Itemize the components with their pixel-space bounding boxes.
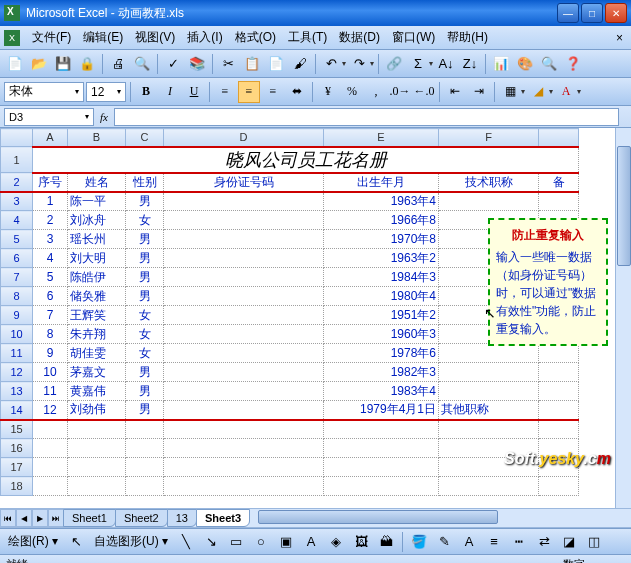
size-select[interactable]: 12▾: [86, 82, 126, 102]
spell-icon[interactable]: ✓: [162, 53, 184, 75]
line-icon[interactable]: ╲: [175, 531, 197, 553]
sort-asc-icon[interactable]: A↓: [435, 53, 457, 75]
scroll-thumb[interactable]: [258, 510, 498, 524]
comma-icon[interactable]: ,: [365, 81, 387, 103]
paste-icon[interactable]: 📄: [265, 53, 287, 75]
save-icon[interactable]: 💾: [52, 53, 74, 75]
format-painter-icon[interactable]: 🖌: [289, 53, 311, 75]
tab-first-icon[interactable]: ⏮: [0, 509, 16, 527]
col-header[interactable]: [539, 129, 579, 147]
bold-button[interactable]: B: [135, 81, 157, 103]
vertical-scrollbar[interactable]: [615, 128, 631, 508]
inc-indent-icon[interactable]: ⇥: [468, 81, 490, 103]
sheet-tab[interactable]: Sheet2: [115, 509, 168, 527]
dash-icon[interactable]: ┅: [508, 531, 530, 553]
row-header[interactable]: 13: [1, 382, 33, 401]
menu-insert[interactable]: 插入(I): [181, 26, 228, 49]
cut-icon[interactable]: ✂: [217, 53, 239, 75]
align-right-icon[interactable]: ≡: [262, 81, 284, 103]
sort-desc-icon[interactable]: Z↓: [459, 53, 481, 75]
fill-icon[interactable]: 🪣: [408, 531, 430, 553]
table-row[interactable]: 12 10 茅嘉文 男 1982年3: [1, 363, 579, 382]
font-color-drop[interactable]: ▾: [577, 87, 581, 96]
diagram-icon[interactable]: ◈: [325, 531, 347, 553]
fill-drop[interactable]: ▾: [549, 87, 553, 96]
menu-file[interactable]: 文件(F): [26, 26, 77, 49]
row-header[interactable]: 10: [1, 325, 33, 344]
col-header[interactable]: D: [164, 129, 324, 147]
open-icon[interactable]: 📂: [28, 53, 50, 75]
redo-drop[interactable]: ▾: [370, 59, 374, 68]
row-header[interactable]: 4: [1, 211, 33, 230]
dec-decimal-icon[interactable]: ←.0: [413, 81, 435, 103]
draw-menu[interactable]: 绘图(R) ▾: [4, 531, 62, 552]
menu-window[interactable]: 窗口(W): [386, 26, 441, 49]
sum-icon[interactable]: Σ: [407, 53, 429, 75]
col-header[interactable]: E: [324, 129, 439, 147]
col-header[interactable]: B: [68, 129, 126, 147]
menu-tools[interactable]: 工具(T): [282, 26, 333, 49]
table-row[interactable]: 14 12 刘劲伟 男 1979年4月1日 其他职称: [1, 401, 579, 420]
row-header[interactable]: 18: [1, 477, 33, 496]
copy-icon[interactable]: 📋: [241, 53, 263, 75]
picture-icon[interactable]: 🏔: [375, 531, 397, 553]
col-header[interactable]: A: [33, 129, 68, 147]
font-select[interactable]: 宋体▾: [4, 82, 84, 102]
fx-icon[interactable]: fx: [100, 111, 108, 123]
font-color-icon[interactable]: A: [555, 81, 577, 103]
row-header[interactable]: 8: [1, 287, 33, 306]
rect-icon[interactable]: ▭: [225, 531, 247, 553]
close-button[interactable]: ✕: [605, 3, 627, 23]
table-row[interactable]: 13 11 黄嘉伟 男 1983年4: [1, 382, 579, 401]
align-left-icon[interactable]: ≡: [214, 81, 236, 103]
maximize-button[interactable]: □: [581, 3, 603, 23]
borders-drop[interactable]: ▾: [521, 87, 525, 96]
new-icon[interactable]: 📄: [4, 53, 26, 75]
permission-icon[interactable]: 🔒: [76, 53, 98, 75]
arrow-icon[interactable]: ↘: [200, 531, 222, 553]
menu-view[interactable]: 视图(V): [129, 26, 181, 49]
sheet-title[interactable]: 晓风公司员工花名册: [33, 147, 579, 173]
help-icon[interactable]: ❓: [562, 53, 584, 75]
tab-prev-icon[interactable]: ◀: [16, 509, 32, 527]
tab-next-icon[interactable]: ▶: [32, 509, 48, 527]
fill-color-icon[interactable]: ◢: [527, 81, 549, 103]
textbox-icon[interactable]: ▣: [275, 531, 297, 553]
line-color-icon[interactable]: ✎: [433, 531, 455, 553]
autoshapes-menu[interactable]: 自选图形(U) ▾: [90, 531, 172, 552]
sum-drop[interactable]: ▾: [429, 59, 433, 68]
oval-icon[interactable]: ○: [250, 531, 272, 553]
row-header[interactable]: 5: [1, 230, 33, 249]
row-header[interactable]: 12: [1, 363, 33, 382]
menu-data[interactable]: 数据(D): [333, 26, 386, 49]
horizontal-scrollbar[interactable]: [258, 510, 631, 526]
help-question-icon[interactable]: ×: [612, 31, 627, 45]
app-icon[interactable]: X: [4, 30, 20, 46]
menu-help[interactable]: 帮助(H): [441, 26, 494, 49]
clipart-icon[interactable]: 🖼: [350, 531, 372, 553]
row-header[interactable]: 16: [1, 439, 33, 458]
minimize-button[interactable]: —: [557, 3, 579, 23]
menu-format[interactable]: 格式(O): [229, 26, 282, 49]
tab-last-icon[interactable]: ⏭: [48, 509, 64, 527]
sheet-tab[interactable]: Sheet1: [63, 509, 116, 527]
row-header[interactable]: 9: [1, 306, 33, 325]
font-color-icon[interactable]: A: [458, 531, 480, 553]
currency-icon[interactable]: ¥: [317, 81, 339, 103]
undo-icon[interactable]: ↶: [320, 53, 342, 75]
row-header[interactable]: 3: [1, 192, 33, 211]
italic-button[interactable]: I: [159, 81, 181, 103]
borders-icon[interactable]: ▦: [499, 81, 521, 103]
inc-decimal-icon[interactable]: .0→: [389, 81, 411, 103]
col-header[interactable]: F: [439, 129, 539, 147]
sheet-tab[interactable]: Sheet3: [196, 509, 250, 527]
line-style-icon[interactable]: ≡: [483, 531, 505, 553]
chart-icon[interactable]: 📊: [490, 53, 512, 75]
print-icon[interactable]: 🖨: [107, 53, 129, 75]
menu-edit[interactable]: 编辑(E): [77, 26, 129, 49]
col-header[interactable]: C: [126, 129, 164, 147]
row-header[interactable]: 7: [1, 268, 33, 287]
select-icon[interactable]: ↖: [65, 531, 87, 553]
align-center-icon[interactable]: ≡: [238, 81, 260, 103]
table-row[interactable]: 11 9 胡佳雯 女 1978年6: [1, 344, 579, 363]
